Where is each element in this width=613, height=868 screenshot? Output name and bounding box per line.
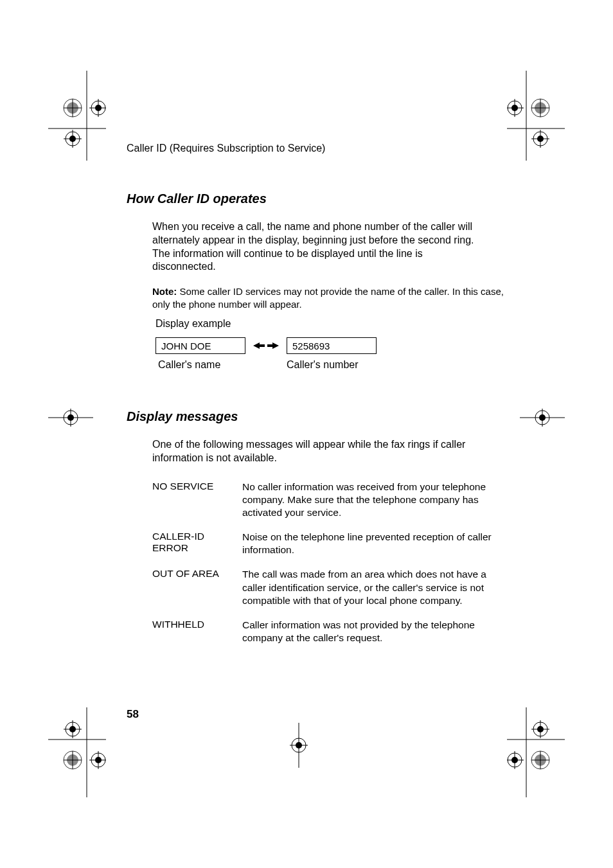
svg-point-66 <box>296 742 302 748</box>
note-text: Note: Some caller ID services may not pr… <box>152 285 506 310</box>
svg-point-49 <box>511 757 518 763</box>
message-row: NO SERVICE No caller information was rec… <box>152 481 506 519</box>
svg-point-3 <box>67 102 78 114</box>
svg-point-35 <box>95 757 102 763</box>
svg-point-21 <box>511 105 518 111</box>
caller-name-display-box: JOHN DOE <box>155 337 245 354</box>
page-number: 58 <box>127 708 139 721</box>
message-desc: The call was made from an area which doe… <box>242 568 493 607</box>
registration-mark-right <box>520 405 565 433</box>
message-term: OUT OF AREA <box>152 568 242 607</box>
crop-mark-bottom-right <box>507 707 565 797</box>
svg-point-61 <box>535 411 549 425</box>
svg-point-17 <box>535 102 546 114</box>
section-heading-display-messages: Display messages <box>127 409 506 424</box>
message-desc: Caller information was not provided by t… <box>242 619 493 644</box>
svg-point-7 <box>95 105 102 111</box>
svg-point-62 <box>539 414 546 421</box>
display-example: Display example JOHN DOE 5258693 Caller'… <box>155 318 506 371</box>
display-example-label: Display example <box>155 318 506 330</box>
svg-point-25 <box>537 136 544 142</box>
note-label: Note: <box>152 286 177 297</box>
registration-mark-left <box>48 405 93 433</box>
svg-point-30 <box>64 751 82 769</box>
body-paragraph-caller-id: When you receive a call, the name and ph… <box>152 220 486 274</box>
note-body: Some caller ID services may not provide … <box>152 286 504 310</box>
caller-name-caption: Caller's name <box>158 359 256 371</box>
svg-point-31 <box>67 754 78 766</box>
message-desc: Noise on the telephone line prevented re… <box>242 531 493 556</box>
message-row: CALLER-ID ERROR Noise on the telephone l… <box>152 531 506 556</box>
svg-point-52 <box>533 722 547 736</box>
caller-number-caption: Caller's number <box>287 359 359 371</box>
svg-point-11 <box>69 136 76 142</box>
svg-point-58 <box>67 414 74 421</box>
message-term: NO SERVICE <box>152 481 242 519</box>
crop-mark-top-left <box>48 71 106 161</box>
svg-point-45 <box>535 754 546 766</box>
svg-point-53 <box>537 726 544 732</box>
crop-mark-bottom-left <box>48 707 106 797</box>
svg-point-44 <box>531 751 549 769</box>
svg-marker-68 <box>253 342 265 349</box>
page-content: Caller ID (Requires Subscription to Serv… <box>127 143 506 656</box>
svg-point-48 <box>508 753 522 767</box>
svg-point-10 <box>66 132 80 146</box>
section-heading-caller-id: How Caller ID operates <box>127 191 506 206</box>
svg-point-65 <box>292 738 306 752</box>
message-term: CALLER-ID ERROR <box>152 531 242 556</box>
crop-mark-top-right <box>507 71 565 161</box>
message-row: WITHHELD Caller information was not prov… <box>152 619 506 644</box>
svg-point-39 <box>69 726 76 732</box>
svg-point-38 <box>66 722 80 736</box>
svg-point-16 <box>531 99 549 117</box>
svg-point-2 <box>64 99 82 117</box>
registration-mark-bottom <box>286 723 312 770</box>
svg-point-20 <box>508 101 522 115</box>
svg-marker-69 <box>267 342 279 349</box>
message-term: WITHHELD <box>152 619 242 644</box>
svg-point-34 <box>91 753 105 767</box>
page-header: Caller ID (Requires Subscription to Serv… <box>127 143 506 154</box>
message-desc: No caller information was received from … <box>242 481 493 519</box>
message-row: OUT OF AREA The call was made from an ar… <box>152 568 506 607</box>
svg-point-24 <box>533 132 547 146</box>
double-arrow-icon <box>253 341 279 350</box>
caller-number-display-box: 5258693 <box>287 337 377 354</box>
body-paragraph-display-messages: One of the following messages will appea… <box>152 438 486 465</box>
svg-point-57 <box>64 411 78 425</box>
messages-table: NO SERVICE No caller information was rec… <box>152 481 506 644</box>
svg-point-6 <box>91 101 105 115</box>
